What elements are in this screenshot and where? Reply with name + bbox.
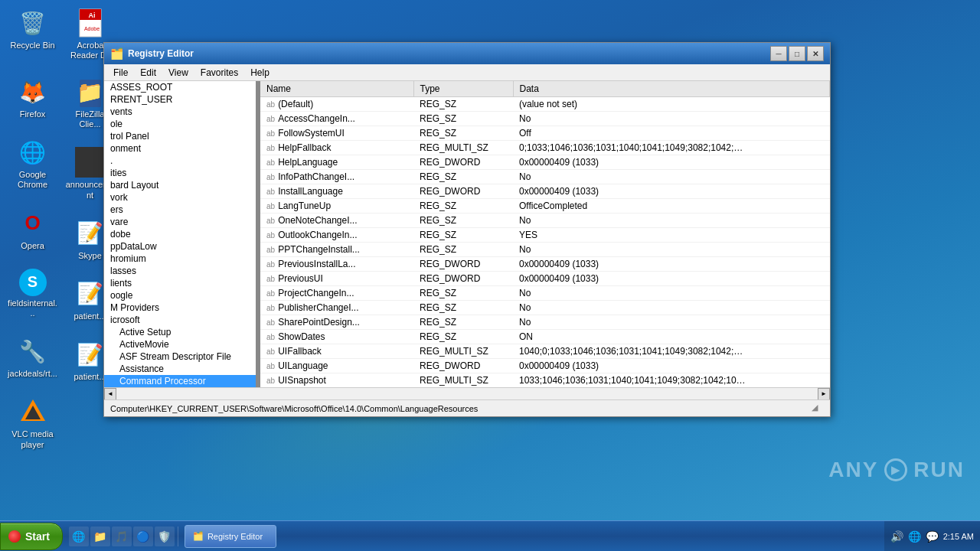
table-row[interactable]: abUILanguageREG_DWORD0x00000409 (1033) [260, 359, 830, 373]
table-row[interactable]: abInfoPathChangeI...REG_SZNo [260, 170, 830, 184]
desktop-icon-recycle-bin[interactable]: 🗑️ Recycle Bin [4, 4, 61, 54]
registry-data-cell: No [513, 286, 830, 301]
menu-view[interactable]: View [162, 66, 194, 80]
table-row[interactable]: abPreviousInstallLa...REG_DWORD0x0000040… [260, 257, 830, 272]
recycle-bin-label: Recycle Bin [10, 41, 54, 51]
minimize-button[interactable]: ─ [770, 46, 787, 61]
tree-item-ole[interactable]: ole [104, 118, 256, 130]
desktop-icon-column-3: 🦊 Firefox 🌐 Google Chrome O Opera S fiel… [4, 73, 61, 460]
horizontal-scroll[interactable]: ◄ ► [104, 387, 830, 399]
acrobat-icon: Ai Adobe [77, 8, 107, 38]
tree-item-classes[interactable]: lasses [104, 265, 256, 277]
tree-item-asf-stream[interactable]: ASF Stream Descriptor File [104, 350, 256, 363]
table-row[interactable]: abFollowSystemUIREG_SZOff [260, 126, 830, 141]
table-row[interactable]: abInstallLanguageREG_DWORD0x00000409 (10… [260, 184, 830, 199]
table-row[interactable]: abSharePointDesign...REG_SZNo [260, 315, 830, 330]
table-row[interactable]: abLangTuneUpREG_SZOfficeCompleted [260, 199, 830, 214]
registry-name-cell: abProjectChangeIn... [260, 286, 413, 301]
taskbar-items: 🗂️ Registry Editor [181, 525, 884, 548]
desktop-icon-chrome[interactable]: 🌐 Google Chrome [4, 133, 61, 194]
ie-taskbar-icon[interactable]: 🌐 [69, 527, 89, 546]
desktop-icon-firefox[interactable]: 🦊 Firefox [4, 73, 61, 123]
menu-edit[interactable]: Edit [134, 66, 162, 80]
tray-icon-3[interactable]: 💬 [926, 530, 939, 543]
tree-item-utilities[interactable]: ities [104, 167, 256, 179]
column-header-data[interactable]: Data [513, 81, 830, 97]
media-taskbar-icon[interactable]: 🎵 [112, 527, 132, 546]
tree-item-assistance[interactable]: Assistance [104, 363, 256, 375]
scroll-right-button[interactable]: ► [818, 388, 830, 400]
chrome-taskbar-icon[interactable]: 🔵 [133, 527, 153, 546]
tree-item-microsoft[interactable]: icrosoft [104, 314, 256, 326]
tree-item-network[interactable]: vork [104, 191, 256, 204]
start-button[interactable]: Start [0, 523, 63, 550]
tree-item-events[interactable]: vents [104, 106, 256, 118]
tree-item-appdatalow[interactable]: ppDataLow [104, 240, 256, 253]
security-taskbar-icon[interactable]: 🛡️ [155, 527, 175, 546]
tree-item-dot[interactable]: . [104, 155, 256, 167]
desktop-icon-ccleaner[interactable]: 🔧 jackdeals/rt... [4, 332, 61, 383]
ccleaner-label: jackdeals/rt... [8, 369, 57, 379]
menu-help[interactable]: Help [244, 66, 276, 80]
table-row[interactable]: abOutlookChangeIn...REG_SZYES [260, 228, 830, 243]
tray-icon-2[interactable]: 🌐 [908, 530, 921, 543]
tray-icon-1[interactable]: 🔊 [890, 530, 903, 543]
table-row[interactable]: abHelpLanguageREG_DWORD0x00000409 (1033) [260, 155, 830, 170]
registry-name-cell: ab(Default) [260, 97, 413, 112]
table-row[interactable]: abAccessChangeIn...REG_SZNo [260, 112, 830, 126]
tree-item-printers[interactable]: ers [104, 204, 256, 216]
table-row[interactable]: abProjectChangeIn...REG_SZNo [260, 286, 830, 301]
desktop-icon-vlc[interactable]: VLC media player [4, 393, 61, 453]
tree-item-chromium[interactable]: hromium [104, 253, 256, 265]
window-titlebar[interactable]: 🗂️ Registry Editor ─ □ ✕ [104, 43, 830, 64]
scroll-track[interactable] [116, 389, 818, 399]
tree-item-control-panel[interactable]: trol Panel [104, 130, 256, 142]
tree-item-classes-root[interactable]: ASSES_ROOT [104, 81, 256, 93]
tree-item-adobe[interactable]: dobe [104, 228, 256, 240]
tree-item-environment[interactable]: onment [104, 142, 256, 155]
resize-handle[interactable]: ◢ [812, 403, 824, 415]
scroll-left-button[interactable]: ◄ [104, 388, 116, 400]
menu-bar: File Edit View Favorites Help [104, 64, 830, 81]
registry-name-cell: abOneNoteChangeI... [260, 214, 413, 228]
tray-clock[interactable]: 2:15 AM [943, 532, 974, 541]
skype-label: fieldsinternal... [8, 298, 57, 318]
table-row[interactable]: abOneNoteChangeI...REG_SZNo [260, 214, 830, 228]
tree-item-activemovie[interactable]: ActiveMovie [104, 338, 256, 350]
tree-pane[interactable]: ASSES_ROOT RRENT_USER vents ole trol Pan… [104, 81, 257, 387]
close-button[interactable]: ✕ [807, 46, 824, 61]
table-row[interactable]: abPreviousUIREG_DWORD0x00000409 (1033) [260, 272, 830, 286]
tree-item-software[interactable]: vare [104, 216, 256, 228]
data-pane[interactable]: Name Type Data ab(Default)REG_SZ(value n… [260, 81, 830, 387]
column-header-name[interactable]: Name [260, 81, 413, 97]
desktop-icon-opera[interactable]: O Opera [4, 204, 61, 255]
table-row[interactable]: abUIFallbackREG_MULTI_SZ1040;0;1033;1046… [260, 344, 830, 359]
taskbar-item-registry[interactable]: 🗂️ Registry Editor [185, 525, 276, 548]
menu-favorites[interactable]: Favorites [194, 66, 244, 80]
folder-taskbar-icon[interactable]: 📁 [90, 527, 110, 546]
registry-data-cell: No [513, 214, 830, 228]
registry-name-cell: abOutlookChangeIn... [260, 228, 413, 243]
registry-type-cell: REG_DWORD [413, 155, 513, 170]
tree-item-google[interactable]: oogle [104, 289, 256, 302]
tree-item-active-setup[interactable]: Active Setup [104, 326, 256, 338]
table-row[interactable]: abPublisherChangeI...REG_SZNo [260, 301, 830, 315]
menu-file[interactable]: File [107, 66, 134, 80]
tree-item-current-user[interactable]: RRENT_USER [104, 93, 256, 106]
registry-type-cell: REG_SZ [413, 228, 513, 243]
registry-name-cell: abUISnapshot [260, 373, 413, 388]
registry-name-cell: abSharePointDesign... [260, 315, 413, 330]
table-row[interactable]: abUISnapshotREG_MULTI_SZ1033;1046;1036;1… [260, 373, 830, 388]
tree-item-keyboard[interactable]: bard Layout [104, 179, 256, 191]
table-row[interactable]: abPPTChangeInstall...REG_SZNo [260, 243, 830, 257]
start-orb-icon [8, 530, 21, 543]
column-header-type[interactable]: Type [413, 81, 513, 97]
maximize-button[interactable]: □ [789, 46, 805, 61]
tree-item-command-processor[interactable]: Command Processor [104, 375, 256, 387]
tree-item-clients[interactable]: lients [104, 277, 256, 289]
table-row[interactable]: ab(Default)REG_SZ(value not set) [260, 97, 830, 112]
table-row[interactable]: abShowDatesREG_SZON [260, 330, 830, 344]
desktop-icon-skype[interactable]: S fieldsinternal... [4, 265, 61, 322]
table-row[interactable]: abHelpFallbackREG_MULTI_SZ0;1033;1046;10… [260, 141, 830, 155]
tree-item-im-providers[interactable]: M Providers [104, 302, 256, 314]
